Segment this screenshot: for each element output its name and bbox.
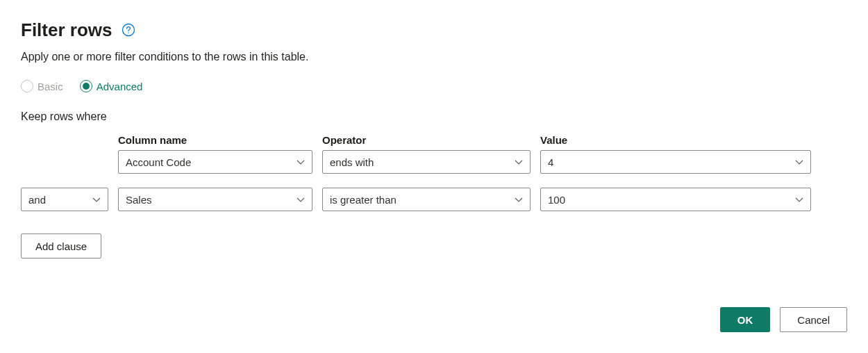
cancel-button[interactable]: Cancel — [780, 307, 847, 332]
chevron-down-icon — [295, 194, 306, 205]
column-select-row1[interactable]: Account Code — [118, 150, 312, 174]
ok-button[interactable]: OK — [720, 307, 771, 332]
svg-point-1 — [128, 33, 129, 33]
column-select-value: Sales — [126, 194, 152, 206]
operator-select-row1[interactable]: ends with — [322, 150, 531, 174]
keep-rows-label: Keep rows where — [21, 110, 847, 123]
mode-advanced-radio[interactable]: Advanced — [80, 80, 143, 92]
page-title: Filter rows — [21, 19, 112, 41]
chevron-down-icon — [513, 194, 524, 205]
value-select-row2[interactable]: 100 — [540, 188, 811, 211]
column-select-value: Account Code — [126, 156, 191, 168]
mode-advanced-label: Advanced — [97, 81, 143, 92]
operator-header: Operator — [322, 134, 531, 146]
conjunction-select-value: and — [28, 194, 46, 206]
chevron-down-icon — [794, 156, 805, 167]
value-select-row1[interactable]: 4 — [540, 150, 811, 174]
radio-off-icon — [21, 80, 33, 92]
value-header: Value — [540, 134, 811, 146]
operator-select-value: ends with — [330, 156, 374, 168]
radio-on-icon — [80, 80, 92, 92]
conjunction-select-row2[interactable]: and — [21, 188, 108, 211]
add-clause-button[interactable]: Add clause — [21, 233, 101, 258]
chevron-down-icon — [91, 194, 102, 205]
operator-select-value: is greater than — [330, 194, 397, 206]
value-select-value: 4 — [548, 156, 553, 168]
mode-basic-radio[interactable]: Basic — [21, 80, 63, 92]
column-name-header: Column name — [118, 134, 312, 146]
value-select-value: 100 — [548, 194, 565, 206]
operator-select-row2[interactable]: is greater than — [322, 188, 531, 211]
chevron-down-icon — [794, 194, 805, 205]
column-select-row2[interactable]: Sales — [118, 188, 312, 211]
chevron-down-icon — [513, 156, 524, 167]
chevron-down-icon — [295, 156, 306, 167]
help-icon[interactable] — [122, 22, 135, 39]
mode-basic-label: Basic — [37, 81, 63, 92]
page-subtitle: Apply one or more filter conditions to t… — [21, 51, 847, 63]
